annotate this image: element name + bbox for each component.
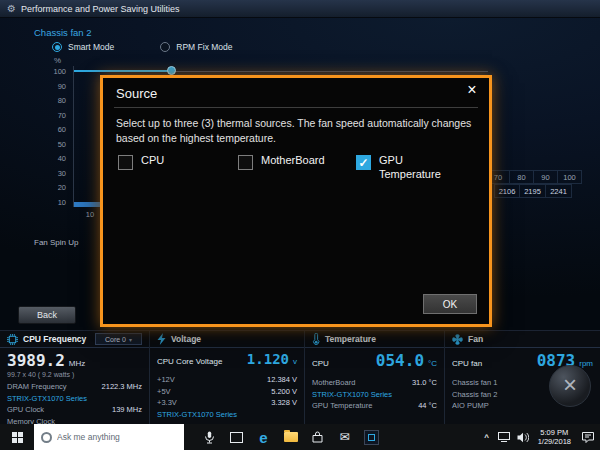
voltage-bolt-icon [157, 333, 166, 345]
metric-rows: MotherBoard31.0 °C STRIX-GTX1070 Series … [305, 377, 444, 412]
metric-row: STRIX-GTX1070 Series [150, 409, 304, 421]
edge-browser-icon[interactable]: e [250, 424, 277, 450]
section-header: Temperature [305, 331, 444, 348]
metric-row: DRAM Frequency2122.3 MHz [0, 381, 149, 393]
temperature-main-row: CPU 054.0°C [305, 348, 444, 370]
section-header: CPU Frequency Core 0▾ [0, 331, 149, 348]
back-button[interactable]: Back [18, 306, 76, 324]
metric-label: GPU Clock [7, 404, 44, 416]
close-icon[interactable]: × [463, 81, 481, 99]
utilities-icon: ⚙ [7, 4, 16, 14]
metric-value: 44 °C [418, 400, 437, 412]
mail-icon[interactable]: ✉ [331, 424, 358, 450]
y-axis-tick: 40 [44, 154, 66, 163]
checkbox-box: ✓ [238, 155, 253, 170]
ok-button[interactable]: OK [423, 294, 477, 314]
core-selector[interactable]: Core 0▾ [95, 333, 142, 345]
metric-row: GPU Clock139 MHz [0, 404, 149, 416]
metric-label: +5V [157, 386, 171, 398]
volume-icon[interactable] [514, 424, 533, 450]
metric-value: 5.200 V [271, 386, 297, 398]
voltage-value: 1.120 [247, 351, 289, 367]
chassis-fan-title: Chassis fan 2 [34, 27, 92, 38]
y-axis-tick: 30 [44, 169, 66, 178]
tray-expand-icon[interactable]: ^ [479, 433, 495, 442]
metric-rows: DRAM Frequency2122.3 MHz STRIX-GTX1070 S… [0, 381, 149, 425]
fan-mode-options: Smart Mode RPM Fix Mode [52, 42, 233, 52]
metric-label: STRIX-GTX1070 Series [157, 409, 237, 421]
y-axis-tick: 100 [44, 67, 66, 76]
fan-table-temp-cell: 80 [510, 170, 534, 184]
fan-curve-segment [74, 70, 170, 72]
metric-row: MotherBoard31.0 °C [305, 377, 444, 389]
y-axis-unit: % [54, 56, 61, 65]
voltage-main-row: CPU Core Voltage 1.120v [150, 348, 304, 367]
taskbar-search[interactable] [34, 424, 184, 450]
cortana-icon [41, 432, 52, 443]
metric-label: +3.3V [157, 397, 177, 409]
chevron-down-icon: ▾ [129, 336, 132, 343]
search-input[interactable] [57, 432, 169, 442]
clock-date: 1/29/2018 [538, 437, 571, 447]
voltage-section: Voltage CPU Core Voltage 1.120v +12V12.3… [150, 331, 305, 425]
fan-table-rpm-row: 2106 2195 2241 [494, 184, 572, 198]
microphone-icon[interactable] [196, 424, 223, 450]
metric-label: DRAM Frequency [7, 381, 67, 393]
fan-table-rpm-cell: 2195 [520, 184, 546, 198]
y-axis-tick: 10 [44, 198, 66, 207]
checkbox-gpu-temperature[interactable]: ✓ GPU Temperature [356, 154, 478, 181]
checkbox-cpu[interactable]: ✓ CPU [118, 154, 238, 181]
network-icon[interactable] [495, 424, 514, 450]
fan-disable-button[interactable]: × [549, 365, 591, 407]
file-explorer-icon[interactable] [277, 424, 304, 450]
metric-row: GPU Temperature44 °C [305, 400, 444, 412]
fan-table-rpm-cell: 2241 [546, 184, 572, 198]
y-axis-tick: 50 [44, 140, 66, 149]
section-title: Voltage [171, 334, 201, 344]
metric-value: 31.0 °C [412, 377, 437, 389]
start-button[interactable] [0, 424, 34, 450]
voltage-main-label: CPU Core Voltage [157, 357, 222, 366]
checkbox-label: GPU Temperature [379, 154, 463, 181]
app-window-icon[interactable] [358, 424, 385, 450]
cpu-chip-icon [7, 334, 18, 345]
taskbar-clock[interactable]: 5:09 PM 1/29/2018 [533, 428, 576, 447]
radio-rpm-fix-mode[interactable]: RPM Fix Mode [160, 42, 232, 52]
metric-label: STRIX-GTX1070 Series [7, 393, 87, 405]
metric-label: STRIX-GTX1070 Series [312, 389, 392, 401]
dialog-title: Source [116, 86, 157, 101]
cpu-frequency-unit: MHz [69, 359, 85, 368]
metric-value: 3.328 V [271, 397, 297, 409]
store-icon[interactable] [304, 424, 331, 450]
action-center-icon[interactable] [576, 424, 600, 450]
fan-section: Fan CPU fan 0873rpm Chassis fan 1 Chassi… [445, 331, 600, 425]
source-dialog: Source × Select up to three (3) thermal … [100, 75, 492, 327]
fan-spin-up-label: Fan Spin Up [34, 238, 78, 247]
radio-smart-mode[interactable]: Smart Mode [52, 42, 114, 52]
metric-value: 12.384 V [267, 374, 297, 386]
task-view-icon[interactable] [223, 424, 250, 450]
metric-label: MotherBoard [312, 377, 355, 389]
metric-row: +3.3V3.328 V [150, 397, 304, 409]
metric-value: 139 MHz [112, 404, 142, 416]
temperature-unit: °C [428, 359, 437, 368]
section-header: Voltage [150, 331, 304, 348]
checkbox-label: MotherBoard [261, 154, 325, 181]
radio-label: RPM Fix Mode [176, 42, 232, 52]
checkbox-motherboard[interactable]: ✓ MotherBoard [238, 154, 356, 181]
metric-label: GPU Temperature [312, 400, 372, 412]
voltage-unit: v [293, 357, 297, 366]
fan-curve-handle[interactable] [167, 66, 176, 75]
windows-logo-icon [12, 432, 23, 443]
metric-label: AIO PUMP [452, 400, 489, 412]
y-axis-tick: 20 [44, 183, 66, 192]
section-title: Fan [468, 334, 483, 344]
cpu-frequency-section: CPU Frequency Core 0▾ 3989.2 MHz 99.7 x … [0, 331, 150, 425]
y-axis-tick: 90 [44, 82, 66, 91]
fan-table-temp-cell: 90 [534, 170, 558, 184]
metric-row: +5V5.200 V [150, 386, 304, 398]
metric-row: STRIX-GTX1070 Series [305, 389, 444, 401]
temperature-main-label: CPU [312, 359, 329, 368]
radio-icon [52, 42, 62, 52]
checkbox-label: CPU [141, 154, 164, 181]
